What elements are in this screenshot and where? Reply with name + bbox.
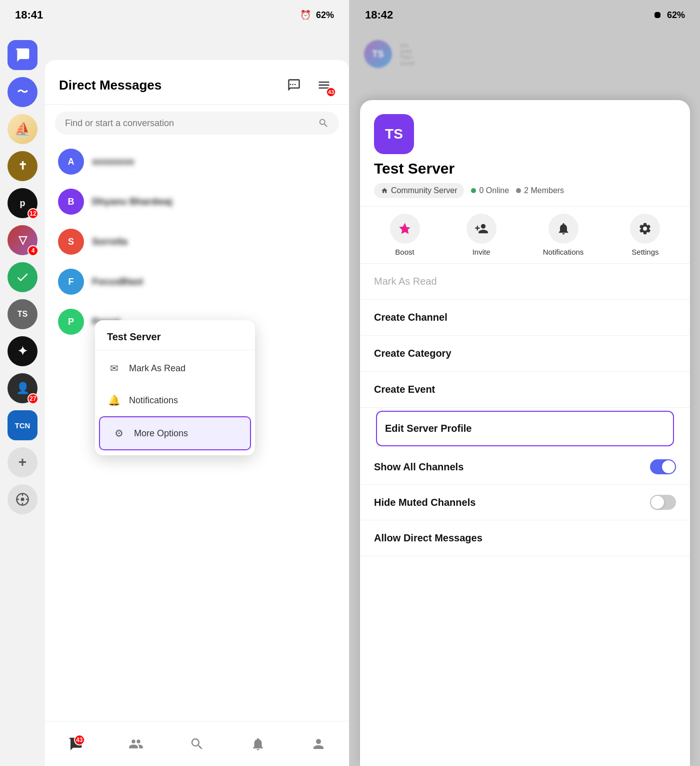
menu-create-channel[interactable]: Create Channel <box>360 300 690 336</box>
server-avatar: TS <box>374 114 414 154</box>
community-tag: Community Server <box>374 183 464 198</box>
dm-avatar: F <box>58 269 84 295</box>
server-meta: Community Server 0 Online 2 Members <box>374 183 564 198</box>
dm-name: xxxxxxxx <box>92 156 134 167</box>
create-category-label: Create Category <box>374 348 452 359</box>
boost-button[interactable]: Boost <box>390 214 420 256</box>
mark-read-icon: ✉ <box>107 361 121 375</box>
sidebar-icon-explore[interactable] <box>8 484 38 514</box>
person-badge: 27 <box>28 393 38 404</box>
online-count: 0 Online <box>479 186 509 195</box>
time-right: 18:42 <box>365 9 393 22</box>
search-icon <box>318 118 329 129</box>
sidebar-icon-sailboat[interactable]: ⛵ <box>8 114 38 144</box>
invite-button[interactable]: Invite <box>466 214 496 256</box>
create-channel-label: Create Channel <box>374 312 448 323</box>
ctx-more-options-label: More Options <box>134 428 188 439</box>
right-panel: 18:42 ⏺ 62% TS yosyosaThis iconve TS <box>350 0 700 766</box>
nav-search[interactable] <box>190 736 204 751</box>
dm-avatar: A <box>58 149 84 175</box>
notifications-button[interactable]: Notifications <box>543 214 584 256</box>
server-header: TS Test Server Community Server 0 Online <box>360 100 690 206</box>
search-input[interactable] <box>65 118 313 129</box>
dm-item[interactable]: A xxxxxxxx <box>50 142 344 182</box>
ctx-more-options[interactable]: ⚙ More Options <box>99 416 251 450</box>
notifications-icon: 🔔 <box>107 393 121 407</box>
settings-button[interactable]: Settings <box>630 214 660 256</box>
dm-item[interactable]: S Sorrella <box>50 222 344 262</box>
sidebar-icon-add[interactable]: + <box>8 447 38 477</box>
menu-show-all-channels[interactable]: Show All Channels <box>360 449 690 485</box>
online-stat: 0 Online <box>471 186 509 195</box>
sidebar-icon-openai[interactable]: ✦ <box>8 336 38 366</box>
sidebar-icon-person[interactable]: 👤 27 <box>8 373 38 403</box>
ctx-notifications[interactable]: 🔔 Notifications <box>95 384 255 416</box>
right-bg-avatar: TS <box>364 40 392 68</box>
status-bar-left: 18:41 ⏰ 62% <box>0 0 349 30</box>
nav-friends[interactable] <box>128 736 144 751</box>
sidebar-icon-ts[interactable]: TS <box>8 299 38 329</box>
sidebar-icon-task[interactable] <box>8 262 38 292</box>
search-bar[interactable] <box>55 112 339 135</box>
dm-header-icons: 43 <box>283 74 335 96</box>
nav-search-icon <box>190 736 204 751</box>
show-all-channels-label: Show All Channels <box>374 461 464 473</box>
members-count: 2 Members <box>524 186 564 195</box>
toggle-knob <box>662 460 675 473</box>
dm-name: Dhyanu Bhardwaj <box>92 196 172 207</box>
settings-icon <box>638 222 652 236</box>
server-avatar-text: TS <box>385 126 403 142</box>
right-background: TS yosyosaThis iconve TS Test Server <box>350 30 700 766</box>
edit-server-profile-label: Edit Server Profile <box>385 423 472 434</box>
sidebar-icon-messages[interactable] <box>8 40 38 70</box>
menu-create-category[interactable]: Create Category <box>360 336 690 372</box>
show-all-channels-toggle[interactable] <box>650 459 676 474</box>
dm-item[interactable]: F FocusBlast <box>50 262 344 302</box>
more-options-icon: ⚙ <box>112 426 126 440</box>
boost-label: Boost <box>395 248 414 256</box>
dm-item[interactable]: B Dhyanu Bhardwaj <box>50 182 344 222</box>
alarm-icon: ⏰ <box>300 10 311 21</box>
allow-direct-messages-label: Allow Direct Messages <box>374 532 482 543</box>
opus-badge: 12 <box>28 208 38 219</box>
menu-hide-muted-channels[interactable]: Hide Muted Channels <box>360 485 690 520</box>
menu-mark-as-read[interactable]: Mark As Read <box>360 264 690 300</box>
settings-label: Settings <box>632 248 658 256</box>
server-tag-label: Community Server <box>391 186 457 195</box>
nav-bell-icon <box>250 736 266 751</box>
dm-avatar: S <box>58 229 84 255</box>
menu-create-event[interactable]: Create Event <box>360 372 690 408</box>
add-dm-button[interactable] <box>283 74 305 96</box>
sidebar-icon-opus[interactable]: p 12 <box>8 188 38 218</box>
screen-record-icon: ⏺ <box>653 10 662 21</box>
context-menu: Test Server ✉ Mark As Read 🔔 Notificatio… <box>95 320 255 455</box>
dm-avatar: B <box>58 189 84 215</box>
members-dot <box>516 188 521 193</box>
sidebar-icon-triangle[interactable]: ▽ 4 <box>8 225 38 255</box>
dm-avatar: P <box>58 309 84 335</box>
ctx-mark-as-read[interactable]: ✉ Mark As Read <box>95 352 255 384</box>
nav-bell[interactable] <box>250 736 266 751</box>
hide-muted-channels-toggle[interactable] <box>650 495 676 510</box>
context-server-title: Test Server <box>95 325 255 348</box>
sidebar-icon-tcn[interactable]: TCN <box>8 410 38 440</box>
main-content-left: Direct Messages 43 <box>45 60 349 766</box>
dm-header: Direct Messages 43 <box>45 60 349 105</box>
nav-profile[interactable] <box>311 736 326 751</box>
nav-friends-icon <box>128 736 144 751</box>
battery-left: 62% <box>316 10 334 21</box>
nav-messages[interactable]: 43 <box>68 736 83 751</box>
dm-list: A xxxxxxxx B Dhyanu Bhardwaj S Sorrella … <box>45 142 349 342</box>
sidebar-icon-wave[interactable]: 〜 <box>8 77 38 107</box>
svg-point-1 <box>21 498 24 501</box>
menu-button[interactable]: 43 <box>313 74 335 96</box>
right-bg-header: TS yosyosaThis iconve <box>350 30 700 73</box>
menu-allow-direct-messages[interactable]: Allow Direct Messages <box>360 520 690 556</box>
battery-right: 62% <box>667 10 685 21</box>
status-bar-right: 18:42 ⏺ 62% <box>350 0 700 30</box>
sidebar-icon-portrait[interactable]: ✝ <box>8 151 38 181</box>
nav-profile-icon <box>311 736 326 751</box>
settings-icon-circle <box>630 214 660 244</box>
online-dot <box>471 188 476 193</box>
menu-edit-server-profile[interactable]: Edit Server Profile <box>376 411 674 446</box>
